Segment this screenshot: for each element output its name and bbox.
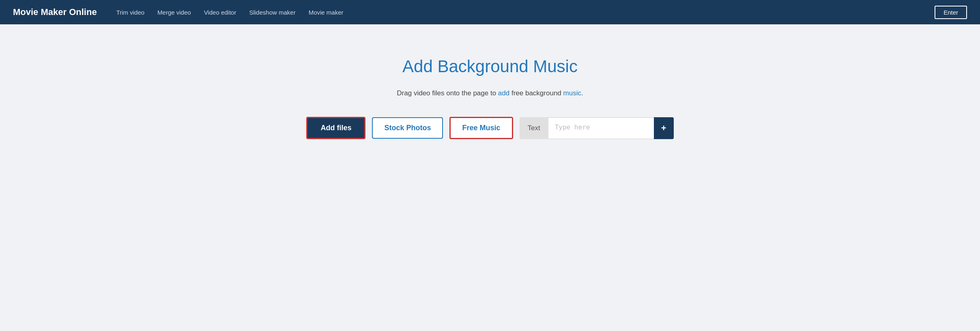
subtitle-start: Drag video files onto the page to — [397, 89, 498, 97]
page-title: Add Background Music — [402, 57, 578, 76]
nav-video-editor[interactable]: Video editor — [204, 9, 236, 16]
subtitle-end: . — [581, 89, 583, 97]
site-header: Movie Maker Online Trim video Merge vide… — [0, 0, 980, 24]
add-text-button[interactable]: + — [654, 117, 674, 139]
subtitle-add-link[interactable]: add — [498, 89, 509, 97]
main-content: Add Background Music Drag video files on… — [0, 24, 980, 139]
toolbar: Add files Stock Photos Free Music Text + — [306, 117, 673, 139]
nav-slideshow-maker[interactable]: Slideshow maker — [249, 9, 295, 16]
subtitle-music-link[interactable]: music — [563, 89, 581, 97]
text-input[interactable] — [548, 117, 654, 139]
site-brand: Movie Maker Online — [13, 7, 97, 17]
free-music-button[interactable]: Free Music — [449, 117, 513, 139]
main-nav: Trim video Merge video Video editor Slid… — [116, 9, 935, 16]
text-group: Text + — [520, 117, 674, 139]
nav-merge-video[interactable]: Merge video — [157, 9, 191, 16]
nav-movie-maker[interactable]: Movie maker — [309, 9, 344, 16]
subtitle: Drag video files onto the page to add fr… — [397, 89, 583, 97]
subtitle-middle: free background — [509, 89, 563, 97]
enter-button[interactable]: Enter — [935, 6, 967, 19]
add-files-button[interactable]: Add files — [306, 117, 365, 139]
stock-photos-button[interactable]: Stock Photos — [372, 117, 443, 139]
nav-trim-video[interactable]: Trim video — [116, 9, 144, 16]
text-label-button[interactable]: Text — [520, 117, 548, 139]
